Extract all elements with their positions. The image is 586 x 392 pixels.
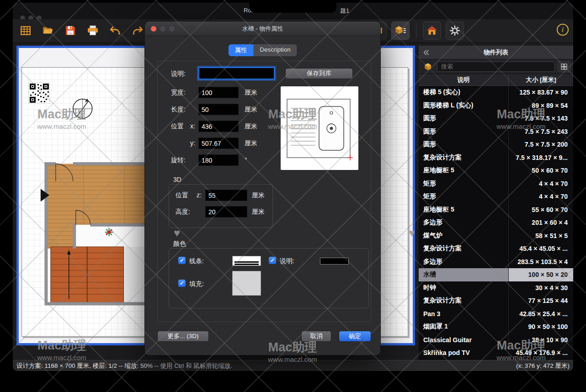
object-list-row[interactable]: 多边形 283.5 × 103.5 × 4	[419, 255, 573, 269]
rotation-input[interactable]	[198, 154, 239, 166]
object-list-row[interactable]: 复杂设计方案 7.5 × 318.17 × 9...	[419, 151, 573, 164]
object-size: 4 × 4 × 70	[508, 177, 573, 191]
z-unit: 厘米	[252, 191, 265, 200]
object-name: 座地橱柜 5	[419, 203, 508, 217]
status-bar: 设计方案: 1168 × 700 厘米, 楼层: 1/2 -- 缩放: 50% …	[13, 360, 573, 371]
length-unit: 厘米	[245, 106, 257, 114]
rotation-unit: °	[245, 156, 247, 164]
object-list-rows: 楼梯 5 (实心) 125 × 83.67 × 90 圆形楼梯 L (实心) 8…	[419, 86, 573, 360]
library-button[interactable]	[423, 21, 441, 40]
length-input[interactable]	[198, 104, 239, 115]
object-list-row[interactable]: 煤气炉 58 × 51 × 5	[419, 229, 573, 243]
object-list-row[interactable]: 座地橱柜 5 50 × 60 × 70	[419, 164, 573, 177]
object-name: 复杂设计方案	[419, 151, 508, 164]
search-input[interactable]	[437, 62, 555, 72]
column-size[interactable]: 大小 [厘米]	[508, 74, 573, 85]
object-name: 复杂设计方案	[419, 242, 508, 255]
object-list-button[interactable]	[391, 21, 410, 40]
dialog-titlebar[interactable]: 水槽 - 物件属性	[145, 21, 380, 36]
object-size: 100 × 50 × 20	[508, 268, 573, 281]
color-group: 线条: 说明: 填充:	[169, 248, 369, 308]
object-name: 矩形	[419, 190, 508, 203]
object-list-row[interactable]: 圆形楼梯 L (实心) 89 × 89 × 54	[419, 99, 573, 112]
length-label: 长度:	[171, 106, 186, 114]
fill-color-swatch[interactable]	[232, 271, 261, 296]
object-size: 58 × 51 × 5	[508, 229, 573, 243]
chevron-left-icon[interactable]	[422, 48, 431, 57]
info-button[interactable]: i	[557, 24, 569, 36]
tab-properties[interactable]: 属性	[228, 44, 253, 56]
settings-button[interactable]	[446, 21, 464, 40]
lines-color-swatch[interactable]	[232, 256, 261, 266]
home-icon	[426, 25, 438, 37]
object-list-row[interactable]: 烟囱罩 1 90 × 50 × 100	[419, 320, 573, 334]
category-cube-button[interactable]	[421, 61, 434, 72]
object-name: 烟囱罩 1	[419, 320, 508, 334]
object-preview	[281, 86, 358, 170]
app-window: Roo 题1	[13, 3, 573, 371]
dialog-minimize-button	[160, 26, 165, 32]
object-name: 时钟	[419, 281, 508, 295]
gear-icon	[449, 25, 461, 37]
width-input[interactable]	[198, 87, 239, 98]
position-y-input[interactable]	[198, 138, 239, 149]
caption-checkbox[interactable]	[269, 257, 276, 264]
object-list-row[interactable]: 矩形 4 × 4 × 70	[419, 177, 573, 191]
object-list-row[interactable]: 复杂设计方案 45.4 × 45.05 × ...	[419, 242, 573, 255]
object-list-row[interactable]: 圆形 7.5 × 7.5 × 243	[419, 125, 573, 138]
height-input[interactable]	[205, 206, 247, 217]
open-button[interactable]	[39, 21, 57, 40]
dialog-close-button[interactable]	[151, 26, 156, 32]
table-grid-icon	[20, 25, 32, 37]
object-list-row[interactable]: Classical Guitar 38 × 10 × 90	[419, 334, 573, 347]
open-folder-icon	[42, 25, 54, 37]
object-list-row[interactable]: 圆形 7.5 × 7.5 × 143	[419, 112, 573, 125]
tab-description[interactable]: Description	[253, 44, 297, 56]
cancel-button[interactable]: 取消	[301, 331, 331, 342]
more-3d-button[interactable]: 更多... (3D)	[157, 331, 209, 342]
grid-view-icon	[560, 63, 568, 70]
object-list-row[interactable]: 矩形 4 × 4 × 70	[419, 190, 573, 203]
redo-button[interactable]	[128, 21, 147, 40]
save-to-library-button[interactable]: 保存到库	[285, 68, 353, 79]
grid-button[interactable]	[16, 21, 35, 40]
width-unit: 厘米	[245, 89, 257, 97]
description-label: 说明:	[171, 70, 186, 78]
ok-button[interactable]: 确定	[339, 331, 371, 342]
object-list-row[interactable]: 复杂设计方案 77 × 125 × 44	[419, 294, 573, 307]
object-name: 圆形	[419, 138, 508, 151]
undo-button[interactable]	[106, 21, 124, 40]
save-disk-icon	[64, 25, 76, 37]
x-label: x:	[190, 122, 195, 130]
column-name[interactable]: 说明	[419, 74, 508, 85]
object-list-row[interactable]: 多边形 201 × 60 × 4	[419, 216, 573, 229]
stairs	[51, 247, 124, 302]
position-x-input[interactable]	[198, 121, 239, 132]
caption-color-swatch[interactable]	[320, 258, 349, 265]
object-list-row[interactable]: Pan 3 42.85 × 25.4 × ...	[419, 307, 573, 321]
object-list-row[interactable]: Skříňka pod TV 45.49 × 176.9 × ...	[419, 346, 573, 360]
y-unit: 厘米	[245, 139, 257, 148]
fill-checkbox[interactable]	[178, 280, 186, 287]
object-list-title: 物件列表	[484, 48, 508, 57]
object-list-row[interactable]: 楼梯 5 (实心) 125 × 83.67 × 90	[419, 86, 573, 99]
object-name: 煤气炉	[419, 229, 508, 243]
object-size: 50 × 60 × 70	[508, 164, 573, 177]
object-list-row[interactable]: 圆形 7.5 × 7.5 × 200	[419, 138, 573, 151]
z-position-label: 位置	[176, 191, 188, 200]
dialog-zoom-button	[169, 26, 175, 32]
object-name: 水槽	[419, 268, 508, 281]
object-list-row[interactable]: 座地橱柜 5 55 × 60 × 70	[419, 203, 573, 217]
print-button[interactable]	[84, 21, 102, 40]
object-list-row[interactable]: 时钟 30 × 4 × 30	[419, 281, 573, 295]
save-button[interactable]	[61, 21, 80, 40]
object-size: 7.5 × 318.17 × 9...	[508, 151, 573, 164]
grid-view-button[interactable]	[558, 61, 570, 72]
description-input[interactable]	[198, 67, 275, 79]
object-list-row[interactable]: 水槽 100 × 50 × 20	[419, 268, 573, 281]
lines-checkbox[interactable]	[178, 257, 186, 264]
printer-icon	[87, 25, 99, 37]
dialog-title: 水槽 - 物件属性	[145, 21, 380, 36]
position-z-input[interactable]	[205, 190, 247, 201]
object-list-icon	[394, 25, 406, 37]
